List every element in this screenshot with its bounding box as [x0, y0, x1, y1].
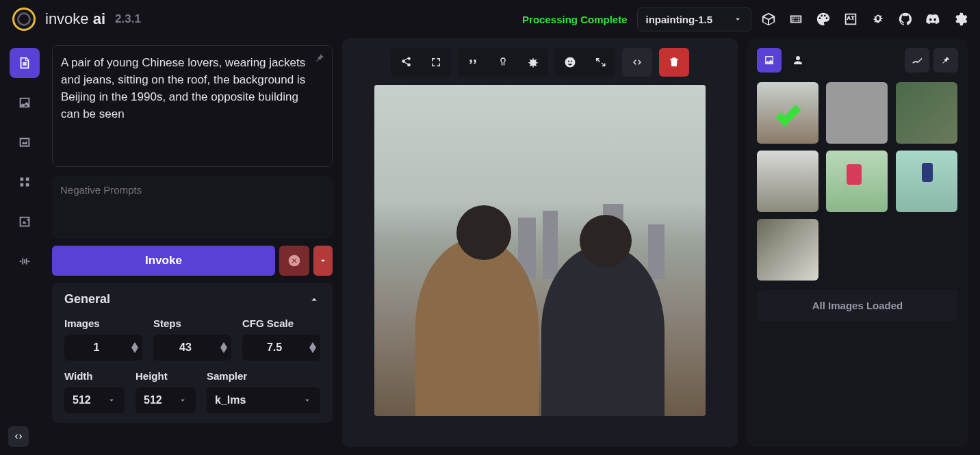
result-image[interactable] — [374, 85, 706, 416]
gallery-pin[interactable] — [933, 48, 958, 73]
sampler-select[interactable]: k_lms — [207, 387, 320, 413]
quote-button[interactable] — [458, 48, 488, 77]
chevron-down-icon — [733, 14, 743, 24]
parameters-panel: Invoke General Images 1 Steps 43 CFG Sca… — [52, 38, 333, 447]
share-button[interactable] — [391, 48, 421, 77]
cancel-button[interactable] — [279, 246, 309, 276]
gallery-thumb[interactable] — [757, 151, 818, 212]
gallery-thumb[interactable] — [757, 82, 818, 144]
nav-postprocess[interactable] — [10, 207, 40, 237]
gallery-thumb[interactable] — [896, 151, 957, 212]
cfg-label: CFG Scale — [242, 317, 320, 329]
general-title: General — [64, 292, 110, 307]
seed-button[interactable] — [488, 48, 518, 77]
gallery-thumb[interactable] — [826, 82, 888, 144]
upscale-button[interactable] — [585, 48, 615, 77]
gallery-settings[interactable] — [905, 48, 929, 73]
all-params-button[interactable] — [518, 48, 548, 77]
cfg-input[interactable]: 7.5 — [242, 335, 320, 361]
general-section: General Images 1 Steps 43 CFG Scale 7.5 … — [52, 283, 333, 423]
prompt-input[interactable] — [52, 45, 333, 167]
palette-icon[interactable] — [816, 12, 831, 27]
brand-label: invoke ai — [45, 10, 105, 28]
gallery-thumb[interactable] — [896, 82, 957, 144]
fullscreen-button[interactable] — [421, 48, 451, 77]
width-label: Width — [64, 370, 125, 382]
images-label: Images — [64, 317, 142, 329]
pin-icon[interactable] — [313, 52, 326, 64]
nav-training[interactable] — [10, 246, 40, 276]
gear-icon[interactable] — [953, 12, 968, 27]
discord-icon[interactable] — [925, 12, 940, 27]
image-viewer — [342, 38, 738, 447]
model-selector[interactable]: inpainting-1.5 — [637, 8, 752, 31]
nav-text2img[interactable] — [10, 48, 40, 78]
negative-prompt-input[interactable] — [52, 176, 333, 239]
logo-icon — [12, 8, 36, 31]
height-select[interactable]: 512 — [136, 387, 196, 413]
height-label: Height — [136, 370, 196, 382]
viewer-toolbar — [391, 48, 689, 77]
steps-label: Steps — [153, 317, 231, 329]
sampler-label: Sampler — [207, 370, 320, 382]
console-toggle[interactable] — [8, 426, 29, 447]
facefix-button[interactable] — [555, 48, 585, 77]
language-icon[interactable] — [843, 12, 858, 27]
github-icon[interactable] — [898, 12, 913, 27]
gallery-tab-user[interactable] — [786, 48, 810, 73]
chevron-up-icon[interactable] — [308, 294, 320, 306]
nav-canvas[interactable] — [10, 127, 40, 157]
code-button[interactable] — [622, 48, 652, 77]
cube-icon[interactable] — [761, 12, 776, 27]
bug-icon[interactable] — [871, 12, 886, 27]
version-label: 2.3.1 — [115, 12, 141, 26]
app-header: invoke ai 2.3.1 Processing Complete inpa… — [0, 0, 980, 38]
delete-button[interactable] — [659, 48, 689, 77]
gallery-panel: All Images Loaded — [747, 38, 968, 447]
gallery-tab-results[interactable] — [757, 48, 782, 73]
width-select[interactable]: 512 — [64, 387, 125, 413]
keyboard-icon[interactable] — [788, 12, 803, 27]
model-selector-value: inpainting-1.5 — [646, 14, 713, 25]
invoke-dropdown[interactable] — [313, 246, 333, 276]
nav-rail — [10, 38, 42, 447]
steps-input[interactable]: 43 — [153, 335, 231, 361]
status-text: Processing Complete — [522, 14, 627, 25]
nav-nodes[interactable] — [10, 167, 40, 197]
images-input[interactable]: 1 — [64, 335, 142, 361]
gallery-thumb[interactable] — [826, 151, 888, 212]
gallery-thumb[interactable] — [757, 219, 818, 281]
invoke-button[interactable]: Invoke — [52, 246, 275, 276]
all-loaded-label: All Images Loaded — [757, 290, 958, 321]
nav-img2img[interactable] — [10, 88, 40, 118]
